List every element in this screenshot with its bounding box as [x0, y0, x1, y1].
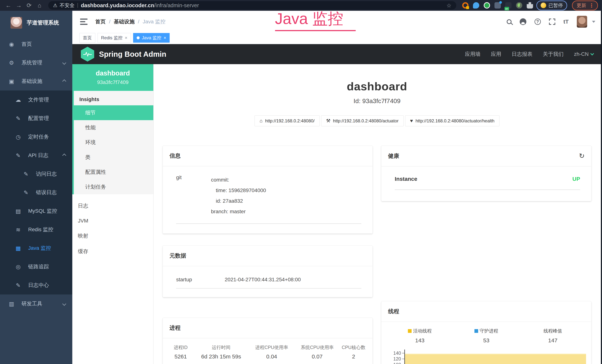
- sidebar-item-devtools[interactable]: ▥ 研发工具: [0, 294, 72, 313]
- sidebar-item-apilog[interactable]: ✎ API 日志: [0, 146, 72, 165]
- avatar[interactable]: [577, 16, 587, 28]
- sba-item-loggers[interactable]: 日志: [72, 198, 153, 214]
- breadcrumb-infra[interactable]: 基础设施: [114, 18, 135, 25]
- breadcrumb-home[interactable]: 首页: [95, 18, 106, 25]
- wrench-icon: ⚒: [326, 118, 330, 124]
- home-icon[interactable]: ⌂: [35, 0, 44, 11]
- active-dot: [137, 36, 140, 39]
- fullscreen-icon[interactable]: [549, 19, 555, 25]
- chevron-down-icon: [62, 61, 66, 64]
- address-bar[interactable]: ⚠ 不安全 dashboard.yudao.iocoder.cn/infra/a…: [48, 1, 456, 10]
- metadata-card: 元数据 startup 2021-04-27T00:44:31.254+08:0…: [163, 246, 373, 297]
- git-time-line: time: 1596289704000: [211, 185, 266, 196]
- sidebar-item-job[interactable]: ◷ 定时任务: [0, 128, 72, 146]
- hamburger-icon[interactable]: [80, 19, 87, 25]
- sidebar-item-java[interactable]: ▦ Java 监控: [0, 239, 72, 257]
- process-col-pid: 进程ID: [166, 344, 195, 351]
- instance-id: 93a3fc7f7409: [74, 79, 151, 85]
- update-button[interactable]: 更新 ⋮: [572, 0, 598, 11]
- dashboard-icon: ◉: [8, 41, 15, 47]
- sba-nav-applications[interactable]: 应用: [491, 51, 501, 58]
- layers-icon: ≋: [14, 226, 22, 233]
- sba-brand-title[interactable]: Spring Boot Admin: [99, 50, 166, 58]
- close-icon[interactable]: ×: [125, 35, 127, 40]
- sidebar-item-system[interactable]: ⚙ 系统管理: [0, 54, 72, 72]
- sba-item-scheduledtasks[interactable]: 计划任务: [74, 180, 153, 194]
- sba-logo-icon[interactable]: [81, 47, 94, 62]
- font-size-icon[interactable]: tT: [563, 19, 569, 25]
- sba-item-classes[interactable]: 类: [74, 150, 153, 165]
- instance-root-url-button[interactable]: ⌂ http://192.168.0.2:48080/: [255, 115, 320, 126]
- sidebar-item-config[interactable]: ✎ 配置管理: [0, 109, 72, 128]
- paused-badge[interactable]: 已暂停: [536, 0, 567, 11]
- tab-java[interactable]: Java 监控 ×: [133, 33, 170, 43]
- sba-nav-journal[interactable]: 日志报表: [512, 51, 532, 58]
- sba-item-mappings[interactable]: 映射: [72, 228, 153, 244]
- breadcrumb-current: Java 监控: [143, 18, 166, 25]
- kebab-menu-icon[interactable]: ⋮: [589, 2, 594, 9]
- bookmark-star-icon[interactable]: ☆: [446, 2, 452, 9]
- extension-icon[interactable]: [484, 2, 490, 9]
- instance-name: dashboard: [74, 69, 151, 77]
- sba-instance-block[interactable]: dashboard 93a3fc7f7409: [72, 64, 153, 91]
- app-logo-row[interactable]: 芋道管理系统: [0, 11, 72, 35]
- threads-live-value: 143: [415, 337, 424, 344]
- sidebar-item-redis[interactable]: ≋ Redis 监控: [0, 220, 72, 239]
- sba-header: Spring Boot Admin 应用墙 应用 日志报表 关于我们 zh-CN: [72, 44, 602, 64]
- sba-item-environment[interactable]: 环境: [74, 135, 153, 150]
- sba-item-metrics[interactable]: 性能: [74, 120, 153, 135]
- git-branch-line: branch: master: [211, 206, 266, 217]
- instance-url-row: ⌂ http://192.168.0.2:48080/ ⚒ http://192…: [163, 115, 591, 126]
- back-icon[interactable]: ←: [4, 0, 13, 11]
- sidebar-item-file[interactable]: ☁ 文件管理: [0, 90, 72, 109]
- reload-icon[interactable]: ⟳: [25, 0, 33, 11]
- github-icon[interactable]: [520, 18, 526, 25]
- process-card-title: 进程: [170, 324, 181, 332]
- sidebar-item-home[interactable]: ◉ 首页: [0, 35, 72, 54]
- sba-locale-select[interactable]: zh-CN: [574, 51, 593, 57]
- forward-icon[interactable]: →: [14, 0, 23, 11]
- puzzle-icon[interactable]: [527, 2, 533, 9]
- process-sys-cpu-value: 0.07: [296, 353, 338, 360]
- search-icon[interactable]: [507, 19, 512, 24]
- process-col-sys-cpu: 系统CPU使用率: [296, 344, 338, 351]
- health-instance-row[interactable]: Instance UP: [395, 176, 580, 190]
- sidebar-item-logcenter[interactable]: ✎ 日志中心: [0, 276, 72, 294]
- sidebar-item-infra[interactable]: ▣ 基础设施: [0, 72, 72, 90]
- extension-icon[interactable]: [473, 2, 479, 9]
- instance-actuator-url-button[interactable]: ⚒ http://192.168.0.2:48080/actuator: [321, 115, 404, 126]
- health-instance-label: Instance: [395, 176, 417, 182]
- sba-item-jvm[interactable]: JVM: [72, 214, 153, 228]
- tab-home[interactable]: 首页: [79, 33, 95, 43]
- extension-icon[interactable]: [516, 2, 522, 9]
- security-label[interactable]: ⚠ 不安全: [53, 2, 75, 9]
- sba-item-caches[interactable]: 缓存: [72, 244, 153, 259]
- sba-nav-about[interactable]: 关于我们: [543, 51, 564, 58]
- sba-nav: 应用墙 应用 日志报表 关于我们 zh-CN: [465, 51, 593, 58]
- tab-redis[interactable]: Redis 监控 ×: [97, 33, 131, 43]
- close-icon[interactable]: ×: [163, 35, 166, 40]
- sidebar-item-mysql[interactable]: ▤ MySQL 监控: [0, 202, 72, 220]
- log-icon: ✎: [14, 282, 22, 289]
- url-text[interactable]: dashboard.yudao.iocoder.cn/infra/admin-s…: [81, 2, 199, 9]
- annotation-text: Java 监控: [275, 10, 343, 27]
- extension-icon[interactable]: [462, 2, 469, 9]
- sidebar-item-errorlog[interactable]: ✎ 错误日志: [0, 183, 72, 202]
- sba-item-details[interactable]: 细节: [74, 105, 153, 120]
- sba-item-configprops[interactable]: 配置属性: [74, 165, 153, 180]
- extension-icon[interactable]: [494, 2, 501, 9]
- help-icon[interactable]: ?: [535, 19, 541, 25]
- instance-health-url-button[interactable]: ♥ http://192.168.0.2:48080/actuator/heal…: [405, 115, 499, 126]
- sba-nav-wall[interactable]: 应用墙: [465, 51, 481, 58]
- insights-group-label: Insights: [74, 91, 153, 105]
- log-icon: ✎: [22, 171, 30, 177]
- threads-card: 线程 活动线程 143: [381, 301, 591, 364]
- sidebar-item-trace[interactable]: ◎ 链路追踪: [0, 257, 72, 276]
- health-card-title: 健康: [388, 152, 399, 160]
- home-icon: ⌂: [259, 118, 263, 124]
- history-icon[interactable]: ↺: [579, 152, 585, 160]
- sidebar-item-accesslog[interactable]: ✎ 访问日志: [0, 165, 72, 183]
- window-right-edge: [601, 11, 602, 364]
- avatar-caret-icon[interactable]: [592, 21, 595, 23]
- extension-icon[interactable]: on: [505, 2, 512, 9]
